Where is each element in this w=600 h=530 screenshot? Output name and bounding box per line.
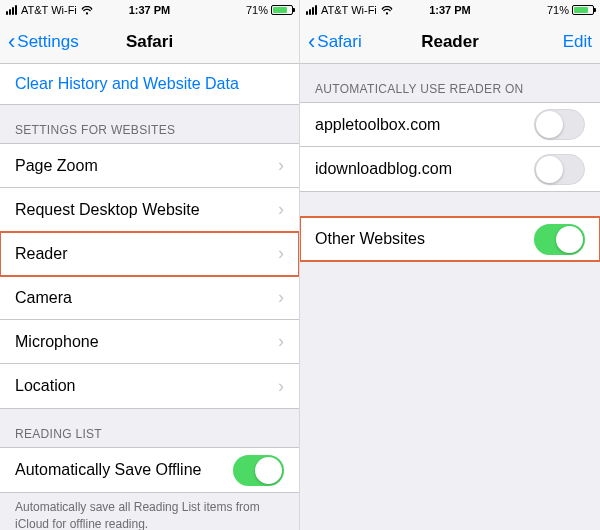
row-label: Location (15, 377, 76, 395)
content-scroll[interactable]: Clear History and Website Data SETTINGS … (0, 64, 299, 530)
status-time: 1:37 PM (300, 4, 600, 16)
row-label: appletoolbox.com (315, 116, 440, 134)
nav-bar: ‹ Safari Reader Edit (300, 20, 600, 64)
other-websites-section: Other Websites (300, 216, 600, 262)
back-button[interactable]: ‹ Settings (8, 31, 79, 53)
row-page-zoom[interactable]: Page Zoom › (0, 144, 299, 188)
back-button[interactable]: ‹ Safari (308, 31, 362, 53)
row-label: Page Zoom (15, 157, 98, 175)
status-bar: AT&T Wi-Fi 1:37 PM 71% (0, 0, 299, 20)
websites-list: Page Zoom › Request Desktop Website › Re… (0, 143, 299, 409)
row-label: Other Websites (315, 230, 425, 248)
nav-bar: ‹ Settings Safari (0, 20, 299, 64)
row-label: Reader (15, 245, 67, 263)
chevron-right-icon: › (278, 199, 284, 220)
safari-settings-screen: AT&T Wi-Fi 1:37 PM 71% ‹ Settings Safari… (0, 0, 300, 530)
row-site-appletoolbox[interactable]: appletoolbox.com (300, 103, 600, 147)
status-time: 1:37 PM (0, 4, 299, 16)
row-auto-save-offline[interactable]: Automatically Save Offline (0, 448, 299, 492)
row-site-idownloadblog[interactable]: idownloadblog.com (300, 147, 600, 191)
row-label: Request Desktop Website (15, 201, 200, 219)
chevron-right-icon: › (278, 243, 284, 264)
chevron-right-icon: › (278, 376, 284, 397)
reader-settings-screen: AT&T Wi-Fi 1:37 PM 71% ‹ Safari Reader E… (300, 0, 600, 530)
toggle-appletoolbox[interactable] (534, 109, 585, 140)
section-header-auto-reader: AUTOMATICALLY USE READER ON (300, 64, 600, 102)
row-label: Microphone (15, 333, 99, 351)
row-microphone[interactable]: Microphone › (0, 320, 299, 364)
row-request-desktop[interactable]: Request Desktop Website › (0, 188, 299, 232)
row-camera[interactable]: Camera › (0, 276, 299, 320)
chevron-right-icon: › (278, 331, 284, 352)
row-label: Automatically Save Offline (15, 461, 201, 479)
section-header-websites: SETTINGS FOR WEBSITES (0, 105, 299, 143)
row-location[interactable]: Location › (0, 364, 299, 408)
chevron-left-icon: ‹ (308, 31, 315, 53)
toggle-auto-save-offline[interactable] (233, 455, 284, 486)
back-label: Safari (317, 32, 361, 52)
auto-save-footer: Automatically save all Reading List item… (0, 493, 299, 530)
toggle-other-websites[interactable] (534, 224, 585, 255)
chevron-right-icon: › (278, 287, 284, 308)
row-reader[interactable]: Reader › (0, 232, 299, 276)
chevron-right-icon: › (278, 155, 284, 176)
reading-list-section: Automatically Save Offline (0, 447, 299, 493)
status-bar: AT&T Wi-Fi 1:37 PM 71% (300, 0, 600, 20)
back-label: Settings (17, 32, 78, 52)
edit-button[interactable]: Edit (563, 32, 592, 52)
battery-icon (572, 5, 594, 15)
reader-sites-list: appletoolbox.com idownloadblog.com (300, 102, 600, 192)
content-scroll[interactable]: AUTOMATICALLY USE READER ON appletoolbox… (300, 64, 600, 530)
row-label: Camera (15, 289, 72, 307)
section-header-reading-list: READING LIST (0, 409, 299, 447)
row-other-websites[interactable]: Other Websites (300, 217, 600, 261)
row-label: idownloadblog.com (315, 160, 452, 178)
battery-icon (271, 5, 293, 15)
chevron-left-icon: ‹ (8, 31, 15, 53)
toggle-idownloadblog[interactable] (534, 154, 585, 185)
clear-history-link[interactable]: Clear History and Website Data (0, 64, 299, 105)
